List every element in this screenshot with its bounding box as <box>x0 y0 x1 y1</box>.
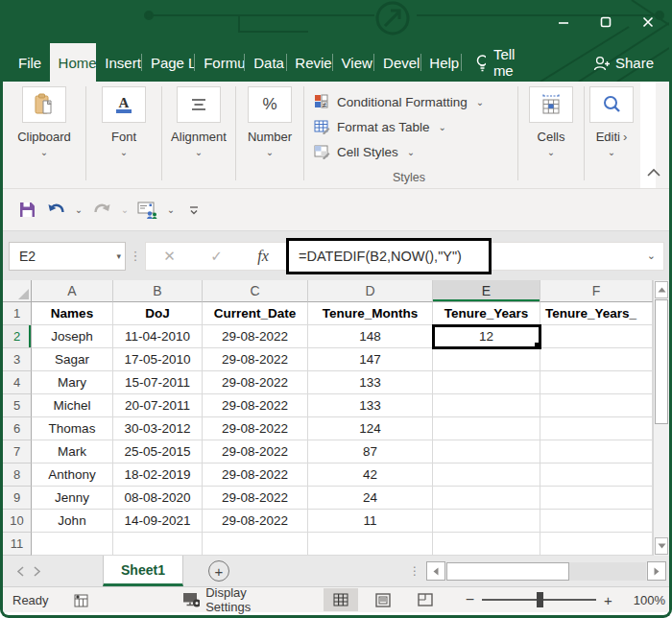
cell-C3[interactable]: 29-08-2022 <box>203 348 308 371</box>
cell-D5[interactable]: 133 <box>308 394 433 417</box>
collapse-ribbon-button[interactable] <box>645 165 662 182</box>
cell-styles-button[interactable]: Cell Styles ⌄ <box>314 139 517 164</box>
cell-E9[interactable] <box>433 487 540 510</box>
vertical-scroll-track[interactable] <box>654 424 669 536</box>
scroll-up-button[interactable] <box>655 281 668 298</box>
cell-C11[interactable] <box>203 533 308 556</box>
row-header-2[interactable]: 2 <box>3 325 32 348</box>
cell-B4[interactable]: 15-07-2011 <box>113 371 203 394</box>
cell-C6[interactable]: 29-08-2022 <box>203 417 308 440</box>
redo-dropdown-icon[interactable]: ⌄ <box>118 204 132 215</box>
undo-button[interactable] <box>43 198 68 223</box>
cell-D2[interactable]: 148 <box>308 325 433 348</box>
cell-F6[interactable] <box>540 417 653 440</box>
save-button[interactable] <box>14 198 39 223</box>
cell-B9[interactable]: 08-08-2020 <box>113 487 203 510</box>
cell-E5[interactable] <box>433 394 540 417</box>
cell-E8[interactable] <box>433 464 540 487</box>
column-header-B[interactable]: B <box>113 280 203 302</box>
tab-developer[interactable]: Devel <box>374 43 420 82</box>
row-header-6[interactable]: 6 <box>3 417 32 440</box>
cell-E4[interactable] <box>433 371 540 394</box>
cell-C7[interactable]: 29-08-2022 <box>203 440 308 464</box>
scroll-right-button[interactable] <box>647 561 666 581</box>
tab-formulas[interactable]: Formu <box>195 43 244 82</box>
cell-A9[interactable]: Jenny <box>32 487 113 510</box>
macro-record-button[interactable] <box>74 593 88 607</box>
row-header-5[interactable]: 5 <box>3 394 32 417</box>
cell-C2[interactable]: 29-08-2022 <box>203 325 308 348</box>
cell-D3[interactable]: 147 <box>308 348 433 371</box>
cell-D7[interactable]: 87 <box>308 440 433 464</box>
insert-function-icon[interactable]: fx <box>257 248 269 265</box>
cell-B1[interactable]: DoJ <box>113 302 203 325</box>
cell-D8[interactable]: 42 <box>308 464 433 487</box>
maximize-button[interactable] <box>585 6 627 38</box>
font-button[interactable]: A <box>102 86 146 123</box>
close-button[interactable] <box>627 6 669 38</box>
cell-B7[interactable]: 25-05-2015 <box>113 440 203 464</box>
cell-B10[interactable]: 14-09-2021 <box>113 510 203 533</box>
row-header-10[interactable]: 10 <box>3 510 32 533</box>
page-layout-view-button[interactable] <box>366 588 400 611</box>
cell-B3[interactable]: 17-05-2010 <box>113 348 203 371</box>
cell-A4[interactable]: Mary <box>32 371 113 394</box>
cell-D6[interactable]: 124 <box>308 417 433 440</box>
cell-A1[interactable]: Names <box>32 302 113 325</box>
cell-A2[interactable]: Joseph <box>32 325 113 348</box>
zoom-slider-thumb[interactable] <box>537 592 543 607</box>
alignment-group-button[interactable]: Alignment ⌄ <box>162 82 235 188</box>
format-as-table-button[interactable]: Format as Table ⌄ <box>314 114 517 139</box>
cell-A8[interactable]: Anthony <box>32 464 113 487</box>
vertical-scroll-thumb[interactable] <box>655 299 668 424</box>
tell-me-button[interactable]: Tell me <box>462 43 540 82</box>
cell-C4[interactable]: 29-08-2022 <box>203 371 308 394</box>
cell-C5[interactable]: 29-08-2022 <box>203 394 308 417</box>
cell-F8[interactable] <box>540 464 653 487</box>
cell-B6[interactable]: 30-03-2012 <box>113 417 203 440</box>
cell-D9[interactable]: 24 <box>308 487 433 510</box>
cell-A3[interactable]: Sagar <box>32 348 113 371</box>
cell-F7[interactable] <box>540 440 653 464</box>
conditional-formatting-button[interactable]: ≠ Conditional Formatting ⌄ <box>314 89 517 114</box>
tab-data[interactable]: Data <box>245 43 285 82</box>
scroll-left-button[interactable] <box>426 561 445 581</box>
cell-E10[interactable] <box>433 510 540 533</box>
tab-file[interactable]: File <box>3 43 50 82</box>
cancel-icon[interactable]: ✕ <box>163 248 176 265</box>
alignment-button[interactable] <box>177 86 221 123</box>
vertical-scrollbar[interactable] <box>653 280 669 556</box>
cell-E6[interactable] <box>433 417 540 440</box>
font-group-button[interactable]: A Font ⌄ <box>86 82 161 188</box>
formula-bar-handle-icon[interactable]: ⋮ <box>126 249 145 263</box>
zoom-in-button[interactable]: + <box>602 592 614 608</box>
clipboard-button[interactable] <box>22 86 66 123</box>
cell-C1[interactable]: Current_Date <box>203 302 308 325</box>
tab-home[interactable]: Home <box>50 43 97 82</box>
minimize-button[interactable] <box>542 6 585 38</box>
zoom-out-button[interactable]: − <box>464 591 476 608</box>
cell-E3[interactable] <box>433 348 540 371</box>
column-header-D[interactable]: D <box>308 280 433 302</box>
tab-insert[interactable]: Insert <box>96 43 141 82</box>
cell-D4[interactable]: 133 <box>308 371 433 394</box>
cell-F4[interactable] <box>540 371 653 394</box>
cell-E11[interactable] <box>433 533 540 556</box>
tab-page-layout[interactable]: Page L <box>142 43 195 82</box>
cell-D11[interactable] <box>308 533 433 556</box>
zoom-slider[interactable] <box>482 599 596 601</box>
select-all-button[interactable] <box>3 280 32 302</box>
tab-help[interactable]: Help <box>420 43 461 82</box>
cell-C10[interactable]: 29-08-2022 <box>203 510 308 533</box>
cell-A5[interactable]: Michel <box>32 394 113 417</box>
cell-B8[interactable]: 18-02-2019 <box>113 464 203 487</box>
cell-B2[interactable]: 11-04-2010 <box>113 325 203 348</box>
row-header-11[interactable]: 11 <box>3 533 32 556</box>
number-button[interactable]: % <box>248 86 292 123</box>
cell-F1[interactable]: Tenure_Years_ <box>540 302 653 325</box>
column-header-C[interactable]: C <box>203 280 308 302</box>
row-header-8[interactable]: 8 <box>3 464 32 487</box>
horizontal-scroll-thumb[interactable] <box>446 562 569 581</box>
column-header-A[interactable]: A <box>32 280 113 302</box>
cell-B11[interactable] <box>113 533 203 556</box>
